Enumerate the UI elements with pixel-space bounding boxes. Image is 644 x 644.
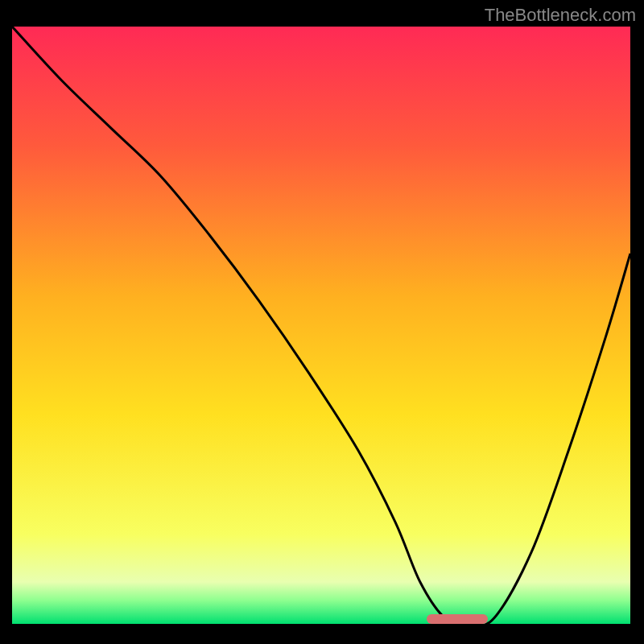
bottleneck-curve bbox=[12, 27, 630, 624]
optimal-range-marker bbox=[427, 614, 489, 624]
plot-frame bbox=[10, 24, 633, 626]
curve-layer bbox=[12, 27, 630, 624]
watermark-text: TheBottleneck.com bbox=[485, 5, 636, 26]
chart-container: TheBottleneck.com bbox=[0, 0, 644, 644]
